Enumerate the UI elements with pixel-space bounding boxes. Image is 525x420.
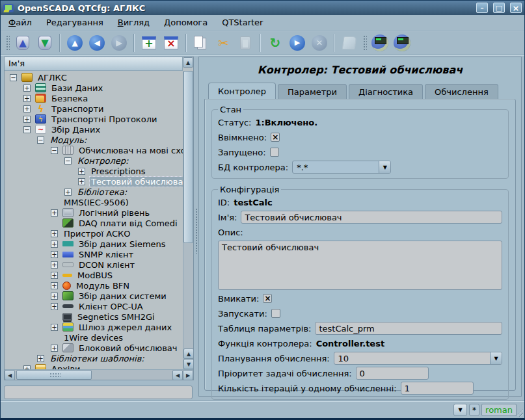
scroll-up-icon[interactable] [183,348,194,359]
tree-item[interactable]: Логічний рівень [5,207,183,218]
modified-indicator-button[interactable]: * [469,404,479,416]
tree-item[interactable]: Збір Даних [5,124,183,135]
iterations-field[interactable] [401,382,474,395]
expander-expand-icon[interactable] [51,209,58,217]
scroll-right-icon[interactable] [183,370,193,380]
menu-item-edit[interactable]: Редагування [46,18,103,27]
expander-collapse-icon[interactable] [51,147,58,154]
nav-back-button[interactable] [87,33,107,53]
name-field[interactable] [241,211,502,224]
tree-item[interactable]: Модуль: [5,135,183,145]
tree-item[interactable]: Транспортні Протоколи [5,114,183,124]
expander-collapse-icon[interactable] [37,137,44,144]
running-checkbox[interactable] [270,148,279,157]
tree-item[interactable]: Контролер: [5,155,183,166]
expander-expand-icon[interactable] [23,95,31,102]
chevron-down-icon[interactable] [379,161,390,173]
expander-expand-icon[interactable] [23,85,31,92]
expander-expand-icon[interactable] [51,230,58,237]
nav-up-button[interactable] [64,33,85,53]
load-from-db-button[interactable] [12,33,33,53]
tree-item[interactable]: Обчислювач на мові схож [5,145,183,155]
refresh-button[interactable] [265,33,286,53]
tree-item[interactable]: Тестовий обчислювач [5,176,183,187]
expander-expand-icon[interactable] [51,324,58,331]
priority-field[interactable] [356,367,429,380]
tree-item[interactable]: ModBUS [5,270,183,280]
close-button[interactable] [510,3,522,13]
expander-expand-icon[interactable] [23,105,31,112]
scroll-left-icon[interactable] [172,370,183,380]
tab-Обчислення[interactable]: Обчислення [425,84,498,99]
maximize-button[interactable] [493,3,505,13]
copy-button[interactable] [191,33,211,53]
schedule-combo[interactable]: 10 [334,352,502,365]
scrollbar-track[interactable] [183,71,193,348]
minimize-button[interactable] [476,3,488,13]
tree-item[interactable]: 1Wire devices [5,332,183,343]
tree-horizontal-scrollbar[interactable] [5,369,193,380]
scrollbar-track[interactable] [15,370,172,380]
tree-header-name[interactable]: Ім'я [5,57,183,71]
tree-item[interactable]: Безпека [5,93,183,103]
tree-item[interactable]: Збір даних системи [5,291,183,301]
expander-expand-icon[interactable] [51,251,58,258]
tree-item[interactable]: SNMP клієнт [5,249,183,259]
scroll-up-icon[interactable] [183,57,193,68]
titlebar[interactable]: OpenSCADA QTCfg: АГЛКС [1,1,524,15]
expander-expand-icon[interactable] [51,282,58,289]
tree-vertical-scrollbar[interactable] [183,71,193,369]
tree-item[interactable]: Транспорти [5,103,183,114]
tree-item[interactable]: Prescriptions [5,166,183,176]
scroll-left-icon[interactable] [5,370,15,380]
item-delete-button[interactable] [161,33,182,53]
tree-item[interactable]: Бази Даних [5,83,183,93]
tab-Параметри[interactable]: Параметри [278,84,347,99]
tab-Контролер[interactable]: Контролер [208,83,276,99]
qtcfg-button[interactable] [370,33,390,53]
menu-item-qtstarter[interactable]: QTStarter [222,18,263,27]
tree-item[interactable]: Бібліотека: [5,187,183,197]
controller-db-combo[interactable]: *.* [292,161,391,174]
expander-expand-icon[interactable] [37,355,44,362]
expander-expand-icon[interactable] [23,116,31,123]
menu-item-help[interactable]: Допомога [164,18,208,27]
expander-expand-icon[interactable] [51,272,58,279]
tree-item[interactable]: Блоковий обчислювач [5,343,183,353]
expander-expand-icon[interactable] [51,303,58,310]
scrollbar-thumb[interactable] [183,71,193,243]
expander-expand-icon[interactable] [78,168,85,175]
expander-expand-icon[interactable] [51,293,58,300]
toolbar-handle[interactable] [362,34,367,51]
scroll-down-icon[interactable] [183,359,194,369]
start-button[interactable] [287,33,308,53]
tree-item[interactable]: Шлюз джерел даних [5,322,183,332]
expander-expand-icon[interactable] [78,178,85,185]
scrollbar-thumb[interactable] [16,370,92,380]
tree-filter-input[interactable] [4,386,193,399]
to-start-checkbox[interactable] [271,309,280,318]
expander-collapse-icon[interactable] [23,126,31,133]
expander-expand-icon[interactable] [51,261,58,269]
menu-item-view[interactable]: Вигляд [118,18,150,27]
vision-button[interactable] [392,33,412,53]
expander-expand-icon[interactable] [51,241,58,248]
tree-item[interactable]: MMS(IEC-9506) [5,197,183,207]
toolbar-handle[interactable] [5,34,10,51]
item-add-button[interactable] [139,33,159,53]
enabled-checkbox[interactable] [271,133,280,142]
status-dropdown-button[interactable] [453,404,467,416]
tree-item[interactable]: DAQ плати від Comedi [5,218,183,228]
expander-collapse-icon[interactable] [64,157,72,164]
expander-collapse-icon[interactable] [10,74,17,81]
tree-item[interactable]: Клієнт OPC-UA [5,301,183,311]
tree-item[interactable]: Segnetics SMH2Gi [5,311,183,322]
tree-item[interactable]: Пристрої АСКО [5,228,183,239]
tree-item[interactable]: DCON клієнт [5,259,183,270]
to-enable-checkbox[interactable] [263,294,272,303]
tree-item[interactable]: Бібліотеки шаблонів: [5,353,183,363]
tree-item[interactable]: Архіви [5,363,183,369]
panel-splitter[interactable] [194,57,198,400]
tree-item[interactable]: Збір даних Siemens [5,239,183,249]
param-table-field[interactable] [315,322,502,335]
